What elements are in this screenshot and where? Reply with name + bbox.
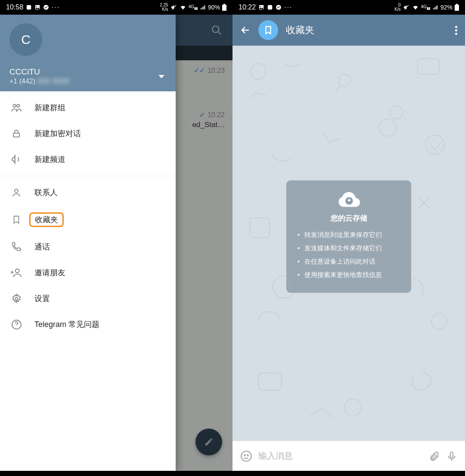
more-icon: ··· [52,3,60,11]
phone-icon [10,241,22,253]
info-item: 在任意设备上访问此对话 [298,256,400,265]
attach-icon[interactable] [429,451,440,462]
svg-point-30 [241,451,251,461]
mic-icon[interactable] [446,450,457,462]
image-icon [258,4,264,10]
svg-point-31 [244,454,245,455]
svg-point-15 [260,6,261,7]
svg-rect-21 [418,59,439,74]
svg-rect-9 [13,133,19,137]
back-icon[interactable] [240,25,251,35]
drawer-label: 新建频道 [34,154,65,165]
info-card-title: 您的云存储 [298,213,400,223]
account-switch-caret-icon[interactable] [158,75,164,78]
info-item: 转发消息到这里来保存它们 [298,230,400,239]
nav-bar [232,471,465,476]
check-icon [276,4,282,10]
clock: 10:22 [239,3,256,11]
person-icon [10,187,22,199]
clock: 10:58 [6,3,23,11]
svg-point-2 [36,6,37,7]
drawer-label: 邀请朋友 [34,268,65,278]
drawer-label: 设置 [34,293,50,304]
svg-rect-5 [223,4,225,5]
chat-body[interactable]: 您的云存储 转发消息到这里来保存它们 发送媒体和文件来存储它们 在任意设备上访问… [232,46,465,441]
drawer-item-settings[interactable]: 设置 [0,286,176,311]
group-icon [10,102,22,114]
emoji-icon[interactable] [240,450,252,462]
svg-rect-16 [268,5,273,10]
lock-icon [10,128,22,140]
avatar[interactable]: C [9,23,42,56]
check-icon [43,4,49,10]
drawer-phone: +1 (442) 000-0000 [9,78,166,85]
svg-point-26 [431,314,447,329]
svg-point-8 [17,104,20,107]
drawer-item-new-secret-chat[interactable]: 新建加密对话 [0,121,176,146]
drawer-header[interactable]: C CCCiTU +1 (442) 000-0000 [0,15,176,91]
svg-point-20 [251,64,266,79]
drawer-label: 联系人 [34,187,58,198]
svg-rect-24 [250,218,270,238]
net-speed: 0K/s [394,3,400,12]
message-input-bar [232,441,465,471]
drawer-item-saved-messages[interactable]: 收藏夹 [0,205,176,234]
wifi-icon [412,4,419,11]
svg-point-23 [425,135,444,154]
svg-point-11 [16,269,19,273]
drawer-label: 新建群组 [34,103,65,113]
chat-title[interactable]: 收藏夹 [286,24,447,37]
info-item: 发送媒体和文件来存储它们 [298,243,400,252]
status-bar: 10:22 ··· 0K/s 4G▮▮ 92% [232,0,465,15]
wifi-icon [180,4,186,11]
svg-rect-0 [27,5,31,10]
drawer-label: Telegram 常见问题 [34,319,99,330]
cloud-storage-info-card: 您的云存储 转发消息到这里来保存它们 发送媒体和文件来存储它们 在任意设备上访问… [286,180,411,292]
more-menu-icon[interactable] [455,26,457,35]
signal-4g-icon-2 [432,4,438,10]
add-person-icon [10,267,22,279]
chat-header: 收藏夹 [232,15,465,46]
info-item: 使用搜索来更快地查找信息 [298,270,400,279]
saved-messages-avatar-icon[interactable] [258,20,278,40]
drawer-item-new-group[interactable]: 新建群组 [0,95,176,121]
megaphone-icon [10,153,22,165]
svg-rect-18 [455,5,459,11]
signal-4g-icon-1: 4G▮▮ [189,4,198,10]
mute-icon [170,4,177,11]
app-icon-1 [267,4,273,10]
battery-icon [222,4,226,11]
svg-rect-19 [456,4,458,5]
svg-point-7 [13,104,16,107]
help-icon [10,318,22,330]
drawer-item-calls[interactable]: 通话 [0,234,176,260]
signal-4g-icon-2 [200,4,206,10]
status-bar: 10:58 ··· 2.25K/s 4G▮▮ 90% [0,0,232,15]
bookmark-icon [10,214,22,226]
drawer-item-contacts[interactable]: 联系人 [0,180,176,205]
svg-point-28 [344,399,362,416]
app-icon-1 [26,4,32,10]
message-input[interactable] [258,451,423,461]
navigation-drawer: C CCCiTU +1 (442) 000-0000 新建群组 新建加密对话 [0,15,176,471]
svg-point-32 [247,454,248,455]
drawer-item-faq[interactable]: Telegram 常见问题 [0,311,176,337]
svg-rect-33 [450,452,453,457]
drawer-item-invite-friends[interactable]: 邀请朋友 [0,260,176,286]
more-icon: ··· [284,3,292,11]
drawer-item-new-channel[interactable]: 新建频道 [0,146,176,172]
drawer-username: CCCiTU [9,67,166,77]
gear-icon [10,292,22,305]
mute-icon [403,4,410,11]
svg-rect-4 [222,5,226,11]
drawer-label: 收藏夹 [35,215,58,224]
svg-point-22 [338,74,350,86]
svg-point-12 [15,297,18,300]
battery-percent: 92% [440,4,453,11]
drawer-label: 新建加密对话 [34,128,81,139]
avatar-letter: C [21,32,31,47]
image-icon [34,4,40,10]
saved-messages-highlight: 收藏夹 [29,212,64,227]
battery-percent: 90% [208,4,220,11]
svg-rect-27 [258,373,282,390]
